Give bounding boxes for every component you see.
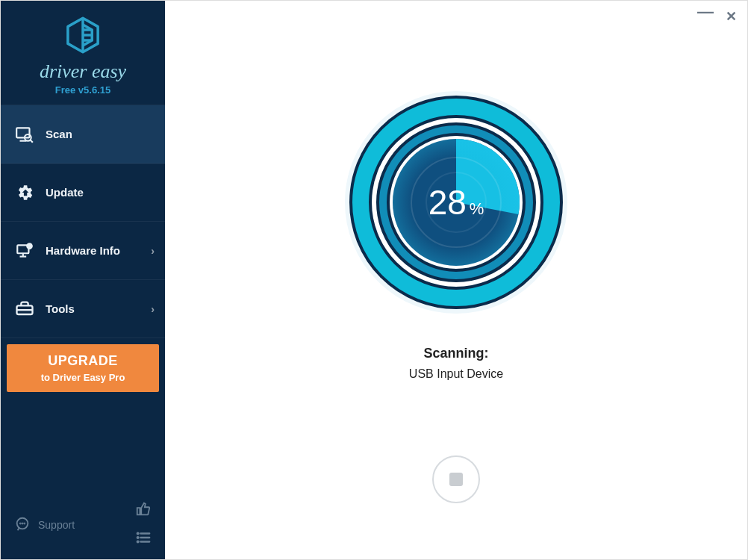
brand-block: driver easy Free v5.6.15 — [1, 1, 165, 105]
sidebar-item-hardware-info[interactable]: i Hardware Info › — [1, 222, 165, 280]
svg-rect-5 — [16, 128, 29, 137]
sidebar-spacer — [1, 398, 165, 495]
stop-icon — [449, 473, 463, 486]
svg-point-18 — [22, 523, 23, 523]
update-icon — [14, 183, 35, 202]
main-content: — ✕ — [165, 1, 747, 559]
svg-point-17 — [20, 523, 21, 523]
stop-button[interactable] — [432, 455, 480, 503]
tools-icon — [14, 299, 35, 320]
scan-title: Scanning: — [409, 346, 503, 361]
chevron-right-icon: › — [151, 245, 155, 257]
progress-percent-symbol: % — [470, 199, 484, 219]
brand-name: driver easy — [1, 60, 165, 83]
progress-percent: 28 % — [428, 182, 484, 223]
sidebar-item-tools[interactable]: Tools › — [1, 280, 165, 338]
sidebar-nav: Scan Update i — [1, 105, 165, 338]
svg-point-22 — [137, 537, 139, 538]
sidebar-item-label: Tools — [46, 302, 75, 315]
upgrade-subtitle: to Driver Easy Pro — [13, 372, 153, 383]
svg-text:i: i — [28, 243, 30, 249]
list-menu-icon[interactable] — [135, 529, 152, 549]
sidebar: driver easy Free v5.6.15 Scan — [1, 1, 165, 559]
app-logo-icon — [1, 14, 165, 56]
scan-device: USB Input Device — [409, 367, 503, 381]
close-button[interactable]: ✕ — [726, 8, 737, 25]
scan-status: Scanning: USB Input Device — [409, 346, 503, 381]
app-window: driver easy Free v5.6.15 Scan — [0, 0, 748, 560]
brand-version: Free v5.6.15 — [1, 84, 165, 96]
upgrade-button[interactable]: UPGRADE to Driver Easy Pro — [7, 344, 159, 392]
scan-progress-area: 28 % Scanning: USB Input Device — [344, 90, 568, 503]
svg-point-20 — [137, 533, 139, 535]
support-button[interactable]: Support — [14, 516, 75, 535]
chevron-right-icon: › — [151, 303, 155, 315]
thumbs-up-icon[interactable] — [135, 501, 152, 520]
svg-line-8 — [31, 140, 33, 142]
scan-icon — [14, 125, 35, 144]
progress-number: 28 — [428, 182, 467, 223]
sidebar-item-scan[interactable]: Scan — [1, 105, 165, 164]
sidebar-bottom: Support — [1, 495, 165, 559]
upgrade-title: UPGRADE — [13, 353, 153, 369]
sidebar-item-label: Update — [46, 186, 84, 199]
support-label: Support — [38, 519, 75, 531]
progress-ring: 28 % — [344, 90, 568, 314]
sidebar-item-label: Hardware Info — [46, 244, 120, 257]
sidebar-item-label: Scan — [46, 128, 72, 140]
window-controls: — ✕ — [697, 8, 737, 25]
svg-point-24 — [137, 541, 139, 543]
sidebar-item-update[interactable]: Update — [1, 164, 165, 222]
minimize-button[interactable]: — — [697, 8, 714, 25]
chat-icon — [14, 516, 31, 535]
svg-point-19 — [24, 523, 25, 523]
hardware-icon: i — [14, 241, 35, 261]
